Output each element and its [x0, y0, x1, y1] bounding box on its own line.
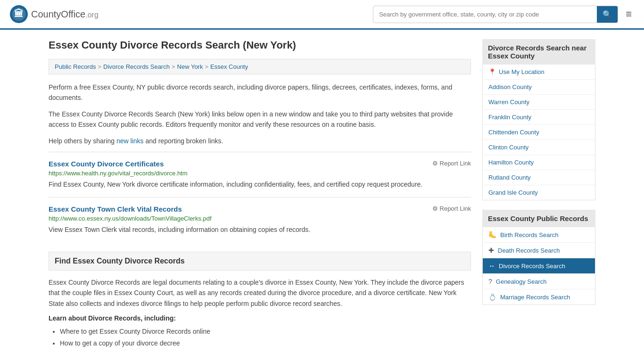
report-link-1[interactable]: ⚙ Report Link	[432, 160, 471, 167]
search-input[interactable]	[373, 7, 597, 22]
use-location: 📍 Use My Location	[483, 65, 595, 80]
page-wrapper: Essex County Divorce Records Search (New…	[39, 30, 605, 359]
genealogy-icon: ?	[488, 278, 492, 285]
search-bar: 🔍	[373, 6, 618, 23]
intro-paragraph-2: The Essex County Divorce Records Search …	[49, 109, 471, 130]
logo[interactable]: 🏛 CountyOffice.org	[9, 5, 99, 24]
sidebar-genealogy: ? Genealogy Search	[483, 274, 595, 289]
nearby-county-3: Franklin County	[483, 110, 595, 125]
intro-paragraph-3: Help others by sharing new links and rep…	[49, 136, 471, 146]
nearby-list: 📍 Use My Location Addison County Warren …	[482, 65, 595, 200]
list-item-1: Where to get Essex County Divorce Record…	[60, 326, 471, 337]
logo-icon: 🏛	[9, 5, 28, 24]
report-icon-1: ⚙	[432, 160, 438, 167]
nearby-section: Divorce Records Search near Essex County…	[482, 39, 595, 200]
breadcrumb-essex-county[interactable]: Essex County	[210, 63, 248, 70]
sidebar-death-records: ✚ Death Records Search	[483, 243, 595, 258]
record-title-2[interactable]: Essex County Town Clerk Vital Records	[49, 205, 182, 213]
report-icon-2: ⚙	[432, 205, 438, 212]
find-section-list: Where to get Essex County Divorce Record…	[49, 326, 471, 349]
breadcrumb-public-records[interactable]: Public Records	[55, 63, 96, 70]
logo-text: CountyOffice.org	[31, 9, 99, 20]
divorce-icon: ↔	[488, 262, 495, 270]
search-button[interactable]: 🔍	[597, 6, 618, 23]
record-desc-1: Find Essex County, New York divorce cert…	[49, 180, 471, 189]
public-records-list: 🦶 Birth Records Search ✚ Death Records S…	[482, 227, 595, 305]
birth-icon: 🦶	[488, 231, 496, 239]
sidebar-marriage-records: 💍 Marriage Records Search	[483, 289, 595, 304]
find-section-subtitle: Learn about Divorce Records, including:	[49, 314, 471, 322]
report-link-2[interactable]: ⚙ Report Link	[432, 205, 471, 212]
use-location-link[interactable]: 📍 Use My Location	[488, 68, 589, 75]
record-header-1: Essex County Divorce Certificates ⚙ Repo…	[49, 160, 471, 168]
new-links[interactable]: new links	[116, 137, 144, 145]
find-section: Find Essex County Divorce Records Essex …	[49, 252, 471, 350]
breadcrumb-sep-3: >	[205, 63, 208, 70]
public-records-title: Essex County Public Records	[482, 210, 595, 227]
page-header: 🏛 CountyOffice.org 🔍 ≡	[0, 0, 644, 30]
page-title: Essex County Divorce Records Search (New…	[49, 39, 471, 51]
death-icon: ✚	[488, 247, 494, 254]
record-desc-2: View Essex Town Clerk vital records, inc…	[49, 225, 471, 235]
breadcrumb: Public Records > Divorce Records Search …	[49, 59, 471, 74]
record-title-1[interactable]: Essex County Divorce Certificates	[49, 160, 164, 168]
public-records-section: Essex County Public Records 🦶 Birth Reco…	[482, 210, 595, 305]
sidebar: Divorce Records Search near Essex County…	[482, 39, 595, 350]
find-section-header: Find Essex County Divorce Records	[49, 252, 471, 271]
sidebar-divorce-records: ↔ Divorce Records Search	[483, 258, 595, 274]
record-block-1: Essex County Divorce Certificates ⚙ Repo…	[49, 152, 471, 197]
nearby-county-5: Clinton County	[483, 140, 595, 155]
main-content: Essex County Divorce Records Search (New…	[49, 39, 471, 350]
intro-paragraph-1: Perform a free Essex County, NY public d…	[49, 82, 471, 103]
nearby-county-4: Chittenden County	[483, 125, 595, 140]
nearby-county-7: Rutland County	[483, 170, 595, 185]
find-section-text: Essex County Divorce Records are legal d…	[49, 277, 471, 309]
nearby-county-2: Warren County	[483, 95, 595, 110]
breadcrumb-new-york[interactable]: New York	[177, 63, 203, 70]
breadcrumb-sep-2: >	[172, 63, 175, 70]
header-right: 🔍 ≡	[373, 5, 635, 23]
marriage-icon: 💍	[488, 293, 496, 301]
nearby-county-1: Addison County	[483, 80, 595, 95]
nearby-section-title: Divorce Records Search near Essex County	[482, 39, 595, 65]
breadcrumb-sep-1: >	[98, 63, 101, 70]
svg-text:🏛: 🏛	[14, 8, 24, 19]
nearby-county-6: Hamilton County	[483, 155, 595, 170]
record-url-1: https://www.health.ny.gov/vital_records/…	[49, 170, 471, 177]
list-item-2: How to get a copy of your divorce decree	[60, 337, 471, 349]
breadcrumb-divorce-records-search[interactable]: Divorce Records Search	[103, 63, 170, 70]
record-url-2: http://www.co.essex.ny.us/downloads/Town…	[49, 215, 471, 222]
record-header-2: Essex County Town Clerk Vital Records ⚙ …	[49, 205, 471, 213]
hamburger-menu-icon[interactable]: ≡	[623, 5, 635, 23]
nearby-county-8: Grand Isle County	[483, 185, 595, 200]
record-block-2: Essex County Town Clerk Vital Records ⚙ …	[49, 197, 471, 242]
location-pin-icon: 📍	[488, 68, 496, 75]
sidebar-birth-records: 🦶 Birth Records Search	[483, 227, 595, 243]
